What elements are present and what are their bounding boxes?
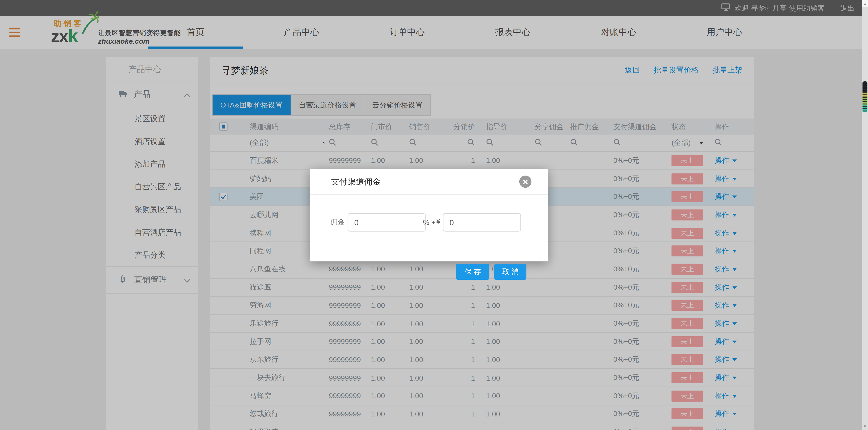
close-icon[interactable] [519,176,531,188]
save-button[interactable]: 保 存 [456,263,489,280]
app-window: 欢迎 寻梦牡丹亭 使用助销客 退出 助销客 zxk 让景区智慧营销变得更智能 z… [0,0,868,430]
scroll-down-arrow-icon[interactable]: ▼ [862,423,868,430]
commission-amount-input[interactable] [443,213,521,232]
vertical-scrollbar[interactable]: ▲ ▼ [862,0,868,430]
modal-title: 支付渠道佣金 [331,169,381,195]
percent-plus-label: % + [423,218,435,226]
cancel-button[interactable]: 取 消 [494,263,527,280]
payment-commission-modal: 支付渠道佣金 佣金： % + ¥ 保 存 取 消 [310,169,548,261]
vertical-scrollbar-thumb[interactable] [863,81,868,112]
currency-symbol: ¥ [436,217,440,225]
commission-percent-input[interactable] [347,213,426,232]
scroll-up-arrow-icon[interactable]: ▲ [862,0,868,7]
